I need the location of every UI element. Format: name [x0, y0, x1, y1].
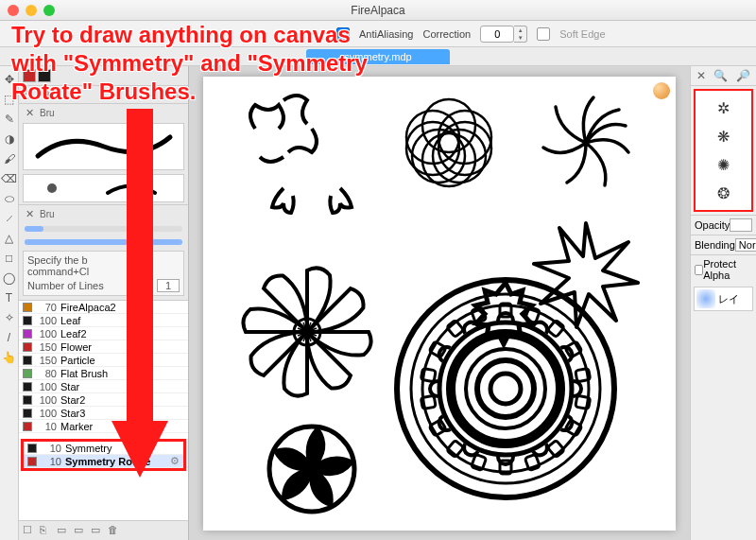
tool-select-icon[interactable]: ⬚: [2, 92, 17, 107]
brush-row[interactable]: 100Star: [19, 380, 188, 393]
tool-eraser-icon[interactable]: ⌫: [2, 171, 17, 186]
menu-icon[interactable]: ≡: [171, 88, 184, 101]
layer-thumbnail: [696, 289, 715, 308]
tool-dot-icon[interactable]: ◑: [2, 131, 17, 147]
navigator-preview[interactable]: ✲❋✺❂: [694, 89, 753, 212]
tool-eyedropper-icon[interactable]: /: [2, 330, 17, 345]
protect-row: Protect Alpha: [691, 254, 756, 284]
brush-row[interactable]: 150Particle: [19, 354, 188, 367]
correction-label: Correction: [422, 28, 471, 40]
color-swatches: [19, 66, 188, 85]
brush-row[interactable]: 100Leaf: [19, 314, 188, 327]
add-icon[interactable]: ☐: [23, 88, 36, 101]
opacity-slider[interactable]: 100 %: [25, 239, 182, 245]
svg-point-5: [422, 133, 475, 186]
close-panel-icon-2[interactable]: ✕: [23, 207, 36, 220]
opacity-field[interactable]: [730, 218, 752, 232]
close-nav-icon[interactable]: ✕: [696, 69, 706, 82]
brush-row[interactable]: 150Flower: [19, 340, 188, 354]
up-icon[interactable]: ▭: [91, 524, 104, 537]
opacity-row: Opacity: [691, 215, 756, 235]
tool-ellipse-icon[interactable]: ⬭: [2, 191, 17, 206]
layer-row[interactable]: レイ: [694, 287, 753, 311]
numlines-label: Number of Lines: [27, 280, 104, 291]
tool-text-icon[interactable]: T: [2, 290, 17, 305]
swatch-bg[interactable]: [38, 69, 51, 82]
duplicate-brush-icon[interactable]: ⎘: [40, 524, 53, 537]
close-panel-icon[interactable]: ✕: [23, 106, 36, 119]
zoom-out-icon[interactable]: 🔍: [713, 69, 728, 82]
svg-point-0: [422, 99, 475, 152]
correction-value[interactable]: 0: [480, 26, 514, 43]
tool-rect-icon[interactable]: □: [2, 251, 17, 266]
svg-point-21: [490, 374, 521, 404]
blending-label: Blending: [695, 239, 735, 251]
specify-text-1: Specify the b: [27, 254, 180, 266]
zoom-in-icon[interactable]: 🔎: [736, 69, 750, 82]
numlines-value[interactable]: 1: [157, 279, 180, 292]
right-panel: ✕ 🔍 🔎 ✲❋✺❂ Opacity Blending Norm Protect…: [690, 66, 756, 540]
opacity-label: Opacity: [695, 219, 730, 231]
brush-tip-preview: [23, 174, 184, 202]
highlighted-brushes: 10Symmetry 10Symmetry Rotate⚙: [21, 439, 186, 471]
brush-row[interactable]: 100Leaf2: [19, 327, 188, 340]
delete-brush-icon[interactable]: 🗑: [108, 524, 121, 537]
blending-row: Blending Norm: [691, 235, 756, 254]
brush-list-toolbar: ☐ ⎘ ▭ ▭ ▭ 🗑: [19, 520, 188, 540]
canvas-area[interactable]: [189, 66, 690, 540]
brush-row[interactable]: 10Marker: [19, 420, 188, 433]
tool-move-icon[interactable]: ✥: [2, 72, 17, 87]
tool-wand-icon[interactable]: ✧: [2, 310, 17, 325]
antialias-checkbox[interactable]: ✓: [336, 27, 350, 41]
folder2-icon[interactable]: ▭: [74, 524, 87, 537]
antialias-label: AntiAliasing: [359, 28, 413, 40]
document-tabbar: symmetry.mdp: [0, 47, 756, 66]
gear-icon[interactable]: ⚙: [170, 455, 180, 467]
protect-label: Protect Alpha: [703, 258, 752, 281]
brush-control-header: ✕ Bru: [19, 204, 188, 222]
tool-column: ✥ ⬚ ✎ ◑ 🖌 ⌫ ⬭ ⟋ △ □ ◯ T ✧ / 👆: [0, 66, 19, 540]
main-area: ✥ ⬚ ✎ ◑ 🖌 ⌫ ⬭ ⟋ △ □ ◯ T ✧ / 👆 ☐ 🗑 ≡ ✕ Br…: [0, 66, 756, 540]
alpaca-avatar-icon: [653, 82, 670, 99]
brush-row[interactable]: 100Star2: [19, 393, 188, 407]
document-tab[interactable]: symmetry.mdp: [306, 49, 449, 64]
brush-row[interactable]: 100Star3: [19, 407, 188, 420]
folder-icon[interactable]: ▭: [57, 524, 70, 537]
size-slider[interactable]: 10: [25, 226, 182, 232]
tool-brush-icon[interactable]: 🖌: [2, 151, 17, 166]
softedge-checkbox[interactable]: [537, 27, 550, 41]
brush-row[interactable]: 70FireAlpaca2: [19, 301, 188, 314]
left-panel: ☐ 🗑 ≡ ✕ Bru ✕ Bru 10 100 % Spec: [19, 66, 189, 540]
brush-list: 70FireAlpaca2 100Leaf 100Leaf2 150Flower…: [19, 300, 188, 520]
top-toolbar: ✓ AntiAliasing Correction 0 ▲▼ Soft Edge: [0, 21, 756, 47]
panel-title-1: Bru: [40, 108, 55, 118]
brush-options: Specify the b command+Cl Number of Lines…: [23, 251, 184, 296]
tool-poly-icon[interactable]: △: [2, 231, 17, 246]
titlebar: FireAlpaca: [0, 0, 756, 21]
correction-stepper[interactable]: ▲▼: [514, 26, 527, 43]
protect-alpha-checkbox[interactable]: [695, 265, 703, 275]
panel-title-2: Bru: [40, 209, 55, 219]
canvas[interactable]: [203, 77, 676, 531]
svg-point-20: [477, 360, 534, 417]
brush-row-symmetry[interactable]: 10Symmetry: [24, 442, 183, 455]
palette-row: ☐ 🗑 ≡: [19, 85, 188, 103]
tool-line-icon[interactable]: ⟋: [2, 211, 17, 226]
tool-pen-icon[interactable]: ✎: [2, 112, 17, 127]
tool-hand-icon[interactable]: 👆: [2, 350, 17, 365]
specify-text-2: command+Cl: [27, 266, 180, 277]
navigator-header: ✕ 🔍 🔎: [691, 66, 756, 86]
trash-icon[interactable]: 🗑: [40, 88, 53, 101]
layer-name: レイ: [718, 292, 739, 306]
brush-row[interactable]: 80Flat Brush: [19, 367, 188, 380]
blending-value[interactable]: Norm: [735, 238, 756, 252]
brush-panel-header: ✕ Bru: [19, 103, 188, 121]
window-title: FireAlpaca: [0, 4, 756, 17]
tool-circle-icon[interactable]: ◯: [2, 270, 17, 286]
new-brush-icon[interactable]: ☐: [23, 524, 36, 537]
canvas-artwork: [203, 77, 676, 531]
swatch-fg[interactable]: [23, 69, 36, 82]
softedge-label: Soft Edge: [559, 28, 605, 40]
brush-row-symmetry-rotate[interactable]: 10Symmetry Rotate⚙: [24, 455, 183, 468]
brush-stroke-preview: [23, 123, 184, 170]
